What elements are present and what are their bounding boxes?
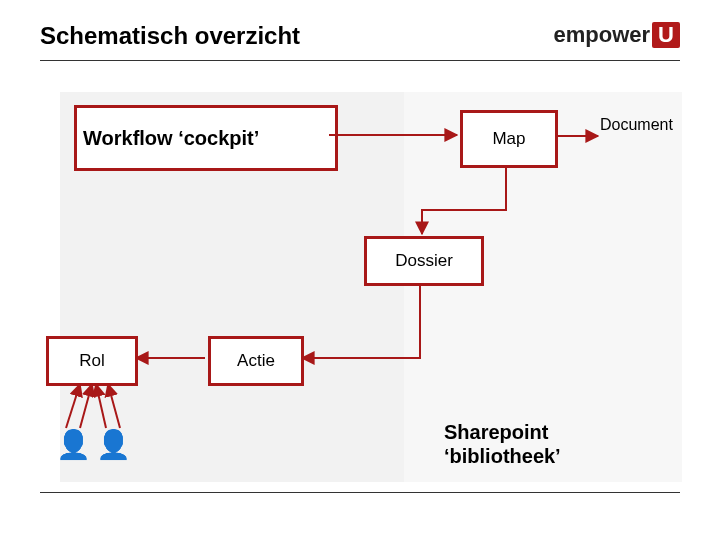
sharepoint-line2: ‘bibliotheek’: [444, 444, 561, 468]
box-rol: Rol: [46, 336, 138, 386]
brand-logo: empowerU: [554, 22, 680, 48]
label-document: Document: [600, 116, 684, 156]
divider-bottom: [40, 492, 680, 493]
box-dossier: Dossier: [364, 236, 484, 286]
label-dossier: Dossier: [395, 251, 453, 271]
person-icon: 👤: [96, 428, 131, 461]
diagram-stage: Schematisch overzicht empowerU Workflow …: [0, 0, 720, 540]
label-actie: Actie: [237, 351, 275, 371]
logo-text: empower: [554, 22, 651, 47]
label-map: Map: [492, 129, 525, 149]
box-map: Map: [460, 110, 558, 168]
label-workflow: Workflow ‘cockpit’: [83, 127, 259, 150]
divider-top: [40, 60, 680, 61]
person-icon: 👤: [56, 428, 91, 461]
box-workflow: Workflow ‘cockpit’: [74, 105, 338, 171]
box-actie: Actie: [208, 336, 304, 386]
label-rol: Rol: [79, 351, 105, 371]
sharepoint-line1: Sharepoint: [444, 420, 561, 444]
logo-suffix: U: [652, 22, 680, 48]
label-sharepoint: Sharepoint ‘bibliotheek’: [444, 420, 561, 468]
page-title: Schematisch overzicht: [40, 22, 300, 50]
